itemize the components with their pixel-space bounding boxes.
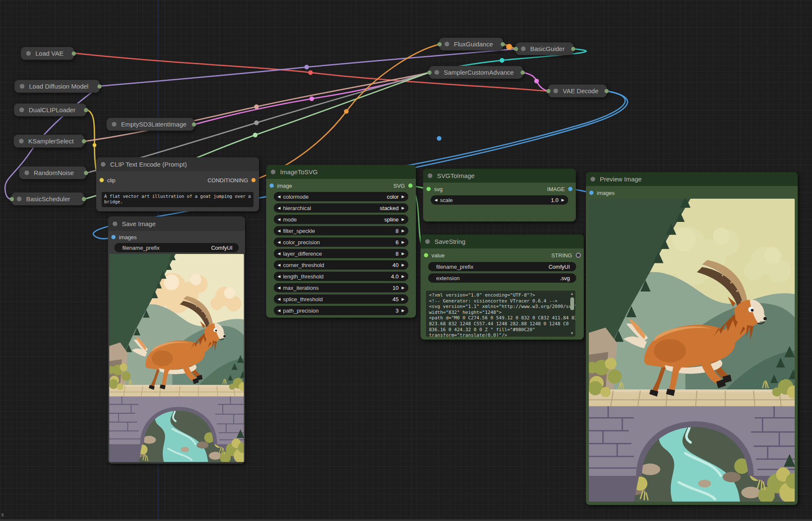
node-preview-image[interactable]: Preview Image images (586, 172, 798, 505)
output-port[interactable] (84, 108, 88, 112)
widget-max_iterations[interactable]: ◀max_iterations10▶ (274, 283, 408, 292)
node-header[interactable]: Save Image (108, 216, 245, 231)
value-input-port[interactable] (424, 253, 428, 257)
image-output-port[interactable] (568, 187, 572, 191)
preview-image-output[interactable] (589, 199, 795, 502)
increment-icon[interactable]: ▶ (402, 240, 405, 244)
output-port[interactable] (501, 42, 505, 46)
node-basicscheduler[interactable]: BasicScheduler (11, 192, 84, 205)
images-input-port[interactable] (589, 191, 593, 195)
decrement-icon[interactable]: ◀ (278, 217, 281, 221)
node-header[interactable]: CLIP Text Encode (Prompt) (96, 157, 259, 171)
node-graph-canvas[interactable]: Load VAE Load Diffusion Model DualCLIPLo… (0, 0, 812, 521)
node-ksamplerselect[interactable]: KSamplerSelect (13, 135, 84, 148)
input-port[interactable] (546, 89, 550, 93)
decrement-icon[interactable]: ◀ (278, 308, 281, 313)
node-header[interactable]: SVGToImage (423, 169, 576, 183)
collapse-toggle-icon[interactable] (521, 46, 526, 51)
decrement-icon[interactable]: ◀ (278, 274, 281, 278)
decrement-icon[interactable]: ◀ (278, 194, 281, 199)
collapse-toggle-icon[interactable] (591, 177, 595, 181)
increment-icon[interactable]: ▶ (402, 229, 405, 233)
node-clip-text-encode[interactable]: CLIP Text Encode (Prompt) clip CONDITION… (96, 157, 259, 211)
collapse-toggle-icon[interactable] (425, 239, 430, 244)
node-header[interactable]: ImageToSVG (266, 165, 416, 179)
node-load-vae[interactable]: Load VAE (21, 47, 74, 60)
collapse-toggle-icon[interactable] (112, 122, 116, 127)
increment-icon[interactable]: ▶ (402, 194, 405, 199)
decrement-icon[interactable]: ◀ (278, 263, 281, 267)
clip-input-port[interactable] (100, 178, 104, 182)
prompt-textarea[interactable]: A flat vector art illustration of a goat… (102, 192, 254, 207)
widget-scale[interactable]: ◀scale1.0▶ (431, 195, 568, 205)
increment-icon[interactable]: ▶ (402, 286, 405, 290)
widget-filter_speckle[interactable]: ◀filter_speckle8▶ (274, 226, 408, 235)
widget-colormode[interactable]: ◀colormodecolor▶ (274, 192, 408, 201)
output-port[interactable] (97, 84, 102, 89)
node-emptysd3latentimage[interactable]: EmptySD3LatentImage (106, 118, 194, 131)
widget-color_precision[interactable]: ◀color_precision6▶ (274, 238, 408, 247)
increment-icon[interactable]: ▶ (402, 251, 405, 256)
input-port[interactable] (10, 197, 14, 201)
output-port[interactable] (521, 70, 525, 75)
widget-splice_threshold[interactable]: ◀splice_threshold45▶ (274, 294, 408, 304)
increment-icon[interactable]: ▶ (402, 217, 405, 221)
string-output-port[interactable] (576, 253, 581, 258)
svg-code-textarea[interactable]: <?xml version="1.0" encoding="UTF-8"?> <… (426, 291, 575, 337)
input-port[interactable] (427, 70, 432, 75)
collapse-toggle-icon[interactable] (20, 84, 24, 89)
increment-icon[interactable]: ▶ (402, 274, 405, 278)
node-header[interactable]: Preview Image (586, 172, 798, 186)
decrement-icon[interactable]: ◀ (278, 251, 281, 256)
collapse-toggle-icon[interactable] (271, 170, 275, 174)
output-port[interactable] (82, 197, 86, 201)
scroll-down-icon[interactable]: ▼ (569, 332, 575, 335)
widget-mode[interactable]: ◀modespline▶ (274, 215, 408, 224)
svg-output-port[interactable] (408, 184, 413, 188)
images-input-port[interactable] (111, 235, 116, 239)
collapse-toggle-icon[interactable] (19, 108, 24, 112)
decrement-icon[interactable]: ◀ (278, 206, 281, 210)
conditioning-output-port[interactable] (251, 178, 256, 182)
scroll-up-icon[interactable]: ▲ (569, 292, 575, 296)
increment-icon[interactable]: ▶ (402, 206, 405, 210)
node-samplercustomadvance[interactable]: SamplerCustomAdvance (429, 66, 523, 79)
node-savestring[interactable]: SaveString value STRING filename_prefixC… (421, 235, 584, 340)
output-port[interactable] (604, 89, 609, 93)
node-fluxguidance[interactable]: FluxGuidance (439, 38, 503, 51)
collapse-toggle-icon[interactable] (17, 197, 22, 201)
output-port[interactable] (82, 139, 86, 143)
widget-extension[interactable]: extension.svg (428, 273, 576, 283)
decrement-icon[interactable]: ◀ (278, 297, 281, 301)
svg-input-port[interactable] (426, 187, 431, 191)
node-svgtoimage[interactable]: SVGToImage svg IMAGE ◀scale1.0▶ (423, 169, 576, 221)
node-header[interactable]: SaveString (421, 235, 584, 248)
node-randomnoise[interactable]: RandomNoise (19, 166, 86, 179)
increment-icon[interactable]: ▶ (561, 198, 564, 202)
node-load-diffusion-model[interactable]: Load Diffusion Model (14, 80, 100, 93)
scrollbar-thumb[interactable] (570, 297, 574, 310)
decrement-icon[interactable]: ◀ (434, 198, 437, 202)
widget-layer_difference[interactable]: ◀layer_difference8▶ (274, 249, 408, 258)
decrement-icon[interactable]: ◀ (278, 229, 281, 233)
input-port[interactable] (437, 42, 442, 46)
widget-hierarchical[interactable]: ◀hierarchicalstacked▶ (274, 203, 408, 213)
node-vae-decode[interactable]: VAE Decode (548, 84, 607, 97)
node-dualcliploader[interactable]: DualCLIPLoader (14, 103, 86, 116)
input-port[interactable] (514, 47, 518, 51)
output-port[interactable] (84, 171, 88, 175)
collapse-toggle-icon[interactable] (445, 42, 449, 46)
node-imagetosvg[interactable]: ImageToSVG image SVG ◀colormodecolor▶◀hi… (266, 165, 416, 318)
collapse-toggle-icon[interactable] (24, 170, 29, 175)
widget-filename_prefix[interactable]: filename_prefixComfyUI (114, 243, 239, 252)
node-save-image[interactable]: Save Image images filename_prefixComfyUI (108, 216, 245, 464)
increment-icon[interactable]: ▶ (402, 297, 405, 301)
node-basicguider[interactable]: BasicGuider (515, 42, 574, 55)
output-port[interactable] (192, 122, 196, 127)
output-port[interactable] (571, 47, 575, 51)
saved-image-preview[interactable] (109, 254, 244, 462)
widget-corner_threshold[interactable]: ◀corner_threshold40▶ (274, 260, 408, 270)
collapse-toggle-icon[interactable] (19, 139, 24, 143)
collapse-toggle-icon[interactable] (26, 51, 31, 56)
decrement-icon[interactable]: ◀ (278, 240, 281, 244)
